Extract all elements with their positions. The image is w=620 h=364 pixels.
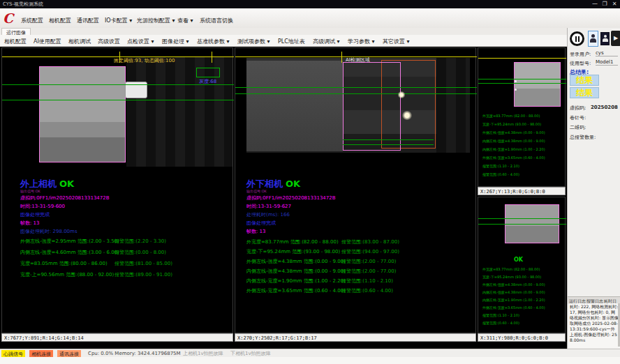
virtual-code-label: 虚拟码:0FF1/im2025020813313472B bbox=[20, 196, 110, 201]
measurement-row: 外宽度=83.77mm 范围:(82.00 - 88.00) 报警范围:(83.… bbox=[235, 238, 475, 245]
close-button[interactable]: ✕ bbox=[610, 1, 619, 8]
measurement-row: 宽度-上=90.56mm 范围:(88.00 - 92.00) 报警范围:(89… bbox=[2, 271, 232, 278]
measurement-text: 内侧左线-宽度=1.90mm 范围:(1.00 - 2.20) bbox=[246, 278, 346, 285]
result-box-2: 结果 bbox=[570, 87, 599, 98]
measurement-text: 宽度-上=90.56mm 范围:(88.00 - 92.00) bbox=[20, 271, 114, 278]
alarm-range-text: 报警范围:(0.60 - 4.00) bbox=[341, 287, 393, 294]
tool-plc-address[interactable]: PLC地址表 bbox=[278, 38, 305, 45]
measure-line bbox=[2, 100, 234, 100]
camera-view-small-bottom[interactable]: OK 外宽度=83.77mm (82.00 - 88.00) 宽度-下=95.2… bbox=[478, 197, 566, 333]
operator-icon-body bbox=[603, 38, 608, 42]
measurement-text: 内侧左线-强度=4.38mm 范围:(0.00 - 9.00) bbox=[246, 268, 346, 275]
inspection-image bbox=[514, 62, 561, 107]
alarm-range-text: 报警范围:(2.00 - 77.00) bbox=[341, 268, 396, 275]
time-label: 时间:13-31-59-600 bbox=[20, 204, 65, 209]
menu-camera-config[interactable]: 相机配置 bbox=[49, 17, 71, 24]
mini-row: 内侧左线-宽度=1.90mm (1.00 - 2.20) bbox=[482, 298, 545, 302]
mini-row: 内侧左线-强度=4.38mm (0.00 - 9.00) bbox=[482, 139, 545, 143]
login-user-value[interactable]: cys bbox=[596, 50, 618, 56]
maximize-button[interactable]: ❐ bbox=[600, 1, 609, 8]
elapsed-label: 处理耗时(ms): 166 bbox=[246, 213, 290, 218]
tool-camera-debug[interactable]: 相机调试 bbox=[68, 38, 91, 45]
qr-code-field-label: 二维码: bbox=[570, 124, 586, 131]
led-glow bbox=[397, 91, 406, 98]
measure-line bbox=[343, 144, 434, 145]
title-bar: CYS-视觉检测系统 — ❐ ✕ bbox=[0, 0, 620, 8]
menu-light-config[interactable]: 光源控制配置 ▾ bbox=[137, 17, 175, 24]
tool-baseline-params[interactable]: 基准线参数 ▾ bbox=[197, 38, 230, 45]
camera-name-label: 外下相机 bbox=[246, 179, 283, 188]
log-text: 耗时: 222, 网络检测耗时: 17, 网络分包耗时: 0, 网络视频分区耗时… bbox=[568, 303, 620, 348]
virtual-code-field-label: 虚拟码: bbox=[570, 105, 586, 112]
led-glow bbox=[401, 111, 413, 120]
minimize-button[interactable]: — bbox=[591, 1, 599, 8]
mini-ok-label: OK bbox=[514, 257, 523, 263]
brand-logo-icon: C bbox=[3, 10, 18, 26]
result-ok-label: OK bbox=[59, 179, 74, 188]
coordinate-bar-middle: X:270;Y:2502;R:17;G:17;B:17 bbox=[235, 333, 476, 342]
threshold-overlay-label: 固定阈值:93, 动态阈值:100 bbox=[114, 59, 175, 63]
result-box-1: 结果 bbox=[570, 75, 599, 86]
needle-no-field-label: 卷针号: bbox=[570, 114, 586, 121]
signal-label: 输出信号:OK bbox=[246, 190, 267, 193]
result-ok-label: OK bbox=[286, 179, 300, 188]
menu-io-config[interactable]: IO卡配置 ▾ bbox=[105, 17, 132, 24]
alarm-range-text: 报警范围:(1.10 - 2.10) bbox=[341, 278, 393, 285]
frame-count-label: 帧数: 13 bbox=[20, 221, 40, 226]
mini-row: 外宽度=83.77mm (82.00 - 88.00) bbox=[482, 114, 540, 118]
process-done-label: 图像处理完成 bbox=[20, 213, 50, 218]
cpu-memory-text: Cpu: 0.0% Memory: 3424.41796875M bbox=[88, 351, 181, 356]
camera-view-small-top[interactable]: 外宽度=83.77mm (82.00 - 88.00) 宽度-下=95.24mm… bbox=[478, 47, 566, 187]
menu-comm-config[interactable]: 通讯配置 bbox=[77, 17, 99, 24]
roi-box bbox=[343, 62, 401, 151]
tool-learning-params[interactable]: 学习参数 ▾ bbox=[348, 38, 375, 45]
coordinate-bar-left: X:7677;Y:891;R:14;G:14;B:14 bbox=[1, 333, 233, 342]
tool-spot-check[interactable]: 点检设置 ▾ bbox=[127, 38, 154, 45]
exit-door-icon[interactable]: ▶ bbox=[611, 31, 620, 46]
menu-bar: C 系统配置 相机配置 通讯配置 IO卡配置 ▾ 光源控制配置 ▾ 查看 ▾ 系… bbox=[0, 8, 620, 29]
tool-advanced-debug[interactable]: 高级调试 ▾ bbox=[313, 38, 340, 45]
tool-image-process[interactable]: 图像处理 ▾ bbox=[162, 38, 189, 45]
camera-view-outer-upper[interactable]: 固定阈值:93, 动态阈值:100 灰度:68 外上相机 OK 输出信号:OK … bbox=[1, 47, 233, 333]
alarm-range-text: 报警范围:(2.20 - 3.30) bbox=[115, 238, 166, 245]
measurement-row: 内侧左线-宽度=1.90mm 范围:(1.00 - 2.20) 报警范围:(1.… bbox=[235, 278, 475, 285]
menu-view[interactable]: 查看 ▾ bbox=[177, 17, 193, 24]
background-texture bbox=[436, 58, 470, 153]
camera-connect-badge: 相机连接 bbox=[29, 350, 53, 357]
measurement-text: 外侧左线-强度=2.95mm 范围:(2.00 - 3.50) bbox=[20, 238, 119, 245]
menu-language-switch[interactable]: 系统语言切换 bbox=[200, 17, 233, 24]
alarm-range-text: 报警范围:(2.00 - 77.00) bbox=[341, 258, 396, 265]
window-title: CYS-视觉检测系统 bbox=[3, 2, 43, 7]
led-dot bbox=[515, 89, 517, 91]
mini-row: 外侧左线-宽度=3.65mm (0.60 - 4.00) bbox=[482, 156, 545, 160]
measure-line bbox=[343, 139, 434, 140]
tool-advanced-settings[interactable]: 高级设置 bbox=[98, 38, 120, 45]
measure-line bbox=[235, 93, 477, 94]
tool-test-params[interactable]: 测试项参数 ▾ bbox=[237, 38, 270, 45]
user-icon[interactable] bbox=[588, 31, 598, 47]
fault-text-lower: 下相机1v拍照故障 bbox=[230, 351, 271, 356]
pause-icon[interactable] bbox=[570, 31, 584, 46]
virtual-code-label: 虚拟码:0FF1/im2025020813313472B bbox=[246, 196, 336, 201]
camera-view-outer-lower[interactable]: AI检测区域 外下相机 OK 输出信号:OK 虚拟码:0FF1/im202502… bbox=[235, 47, 476, 333]
mini-row: 报警范围:(0.60 - 4.00) bbox=[482, 172, 519, 176]
time-label: 时间:13-31-59-627 bbox=[246, 204, 291, 209]
operator-icon[interactable] bbox=[600, 32, 610, 45]
measure-line bbox=[235, 87, 477, 88]
signal-label: 输出信号:OK bbox=[20, 190, 40, 193]
machine-region bbox=[246, 61, 343, 151]
login-user-label: 登录用户: bbox=[570, 51, 591, 58]
user-icon-body bbox=[590, 38, 596, 43]
measurement-row: 内侧左线-强度=4.38mm 范围:(0.00 - 9.00) 报警范围:(2.… bbox=[235, 268, 475, 275]
menu-system-config[interactable]: 系统配置 bbox=[21, 17, 43, 24]
tool-other-settings[interactable]: 其它设置 ▾ bbox=[383, 38, 410, 45]
baseline-overlay-line bbox=[478, 58, 566, 59]
mini-row: 内侧左线-强度=4.38mm (0.00 - 9.00) bbox=[482, 290, 545, 294]
tool-camera-config[interactable]: 相机配置 bbox=[4, 38, 27, 45]
toolbar: 相机配置 AI使用配置 相机调试 高级设置 点检设置 ▾ 图像处理 ▾ 基准线参… bbox=[0, 35, 567, 47]
measure-line bbox=[478, 83, 566, 84]
mini-row: 报警范围:(1.10 - 2.10) bbox=[482, 313, 519, 317]
heartbeat-status-badge: 心跳信号 bbox=[1, 350, 25, 357]
model-value[interactable]: Model1 bbox=[596, 59, 618, 66]
tool-ai-config[interactable]: AI使用配置 bbox=[34, 38, 61, 45]
